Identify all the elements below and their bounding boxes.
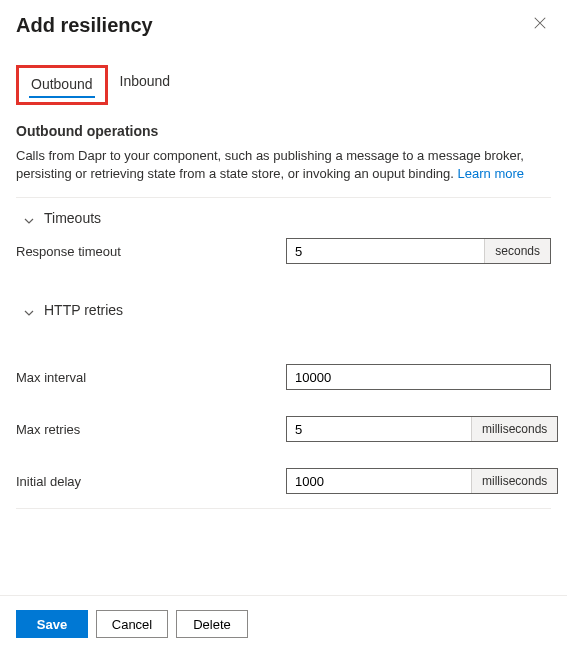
initial-delay-unit: milliseconds xyxy=(471,469,557,493)
save-button[interactable]: Save xyxy=(16,610,88,638)
chevron-down-icon xyxy=(24,213,34,223)
cancel-button[interactable]: Cancel xyxy=(96,610,168,638)
timeouts-header[interactable]: Timeouts xyxy=(16,198,551,238)
panel-header: Add resiliency xyxy=(16,14,551,37)
response-timeout-unit: seconds xyxy=(484,239,550,263)
http-retries-label: HTTP retries xyxy=(44,302,123,318)
learn-more-link[interactable]: Learn more xyxy=(458,166,524,181)
close-icon xyxy=(533,16,547,33)
max-interval-input[interactable] xyxy=(287,365,550,389)
response-timeout-row: Response timeout seconds xyxy=(16,238,551,264)
chevron-down-icon xyxy=(24,305,34,315)
response-timeout-input-wrap: seconds xyxy=(286,238,551,264)
tabs: Outbound Inbound xyxy=(16,65,551,105)
close-button[interactable] xyxy=(529,14,551,36)
response-timeout-label: Response timeout xyxy=(16,244,286,259)
panel-title: Add resiliency xyxy=(16,14,153,37)
max-retries-label: Max retries xyxy=(16,422,286,437)
max-interval-row: Max interval xyxy=(16,364,551,390)
section-title: Outbound operations xyxy=(16,123,551,139)
initial-delay-input[interactable] xyxy=(287,469,471,493)
tab-highlight: Outbound xyxy=(16,65,108,105)
panel-content: Outbound operations Calls from Dapr to y… xyxy=(16,123,551,595)
footer: Save Cancel Delete xyxy=(16,596,551,656)
max-retries-input-wrap: milliseconds xyxy=(286,416,558,442)
initial-delay-input-wrap: milliseconds xyxy=(286,468,558,494)
max-interval-input-wrap xyxy=(286,364,551,390)
timeouts-label: Timeouts xyxy=(44,210,101,226)
max-retries-input[interactable] xyxy=(287,417,471,441)
tab-inbound[interactable]: Inbound xyxy=(108,65,183,105)
section-description: Calls from Dapr to your component, such … xyxy=(16,147,551,183)
add-resiliency-panel: Add resiliency Outbound Inbound Outbound… xyxy=(0,0,567,656)
max-retries-unit: milliseconds xyxy=(471,417,557,441)
delete-button[interactable]: Delete xyxy=(176,610,248,638)
tab-outbound[interactable]: Outbound xyxy=(19,68,105,102)
initial-delay-label: Initial delay xyxy=(16,474,286,489)
initial-delay-row: Initial delay milliseconds xyxy=(16,468,551,494)
max-interval-label: Max interval xyxy=(16,370,286,385)
section-description-text: Calls from Dapr to your component, such … xyxy=(16,148,524,181)
http-retries-header[interactable]: HTTP retries xyxy=(16,290,551,330)
response-timeout-input[interactable] xyxy=(287,239,484,263)
divider xyxy=(16,508,551,509)
max-retries-row: Max retries milliseconds xyxy=(16,416,551,442)
